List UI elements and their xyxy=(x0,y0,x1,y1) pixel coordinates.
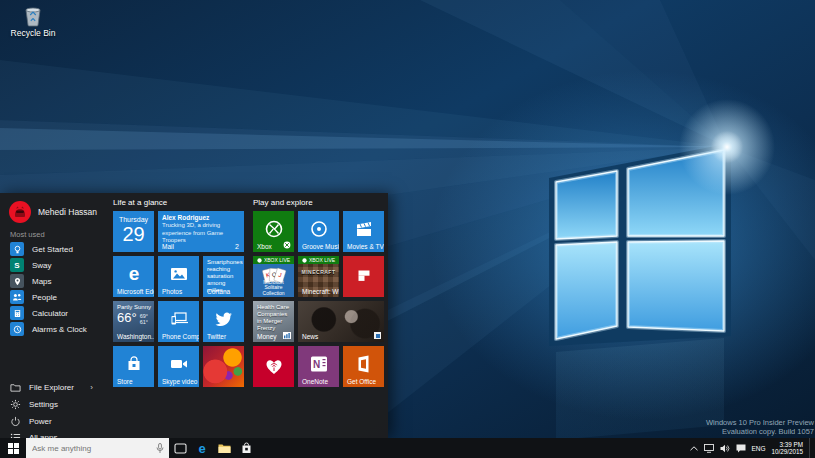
tile-microsoft-edge[interactable]: e Microsoft Edge xyxy=(113,256,154,297)
tile-twitter[interactable]: Twitter xyxy=(203,301,244,342)
app-item-alarms-clock[interactable]: Alarms & Clock xyxy=(0,321,107,337)
tile-mail[interactable]: Alex Rodriguez Trucking 3D, a driving ex… xyxy=(158,211,244,252)
bar-chart-icon xyxy=(283,332,291,339)
tile-label: Skype video xyxy=(162,378,197,385)
flipboard-flag-icon xyxy=(354,267,374,287)
taskbar-store-button[interactable] xyxy=(235,438,257,458)
tile-label: Xbox xyxy=(257,243,272,250)
tile-minecraft[interactable]: XBOX LIVE MINECRAFT Minecraft: Wi... xyxy=(298,256,339,297)
taskbar-search xyxy=(26,438,169,458)
lightbulb-icon xyxy=(10,242,24,256)
recycle-bin-icon xyxy=(23,5,43,27)
tile-label: Store xyxy=(117,378,133,385)
tile-microsoft-solitaire-collection[interactable]: XBOX LIVE KQJ MicrosoftSolitaire Collect… xyxy=(253,256,294,297)
map-pin-icon xyxy=(10,274,24,288)
xbox-badge-icon xyxy=(283,241,291,249)
app-item-get-started[interactable]: Get Started xyxy=(0,241,107,257)
tile-money[interactable]: Health Care Companies in Merger Frenzy M… xyxy=(253,301,294,342)
xbox-sphere-icon xyxy=(263,218,285,240)
tray-chevron-up-icon[interactable] xyxy=(689,438,699,458)
recycle-bin-shortcut[interactable]: Recycle Bin xyxy=(10,5,56,38)
tile-calendar[interactable]: Thursday 29 xyxy=(113,211,154,252)
tile-phone-companion[interactable]: Phone Compa... xyxy=(158,301,199,342)
store-bag-icon xyxy=(241,442,252,454)
edge-icon: e xyxy=(195,441,209,455)
tile-group-play-and-explore: Xbox Groove Music Movies & TV XBOX LIVE … xyxy=(253,211,384,387)
tile-store[interactable]: Store xyxy=(113,346,154,387)
tile-news[interactable]: News xyxy=(298,301,384,342)
tile-iheartradio[interactable] xyxy=(253,346,294,387)
show-desktop-button[interactable] xyxy=(809,438,813,458)
tile-label: Twitter xyxy=(207,333,226,340)
user-avatar xyxy=(9,201,31,223)
volume-icon[interactable] xyxy=(719,438,731,458)
clock[interactable]: 3:39 PM 10/29/2015 xyxy=(771,441,803,456)
sidebar-item-file-explorer[interactable]: File Explorer › xyxy=(0,379,107,395)
iheart-heart-icon xyxy=(264,357,284,377)
tile-group-title: Life at a glance xyxy=(113,198,167,207)
app-item-label: Get Started xyxy=(32,245,73,254)
file-explorer-icon xyxy=(218,443,231,454)
action-center-icon[interactable] xyxy=(735,438,747,458)
language-indicator[interactable]: ENG xyxy=(751,445,765,452)
groove-circle-icon xyxy=(309,219,329,239)
clapperboard-icon xyxy=(354,219,374,239)
app-item-maps[interactable]: Maps xyxy=(0,273,107,289)
tile-label: Cortana xyxy=(207,288,230,295)
windows-logo-icon xyxy=(8,443,19,454)
tile-skype-video[interactable]: Skype video xyxy=(158,346,199,387)
tile-onenote[interactable]: N OneNote xyxy=(298,346,339,387)
tile-cortana[interactable]: Smartphones reaching saturation among mi… xyxy=(203,256,244,297)
svg-text:N: N xyxy=(312,359,319,370)
tile-label: Washington... xyxy=(117,333,154,340)
app-item-label: Sway xyxy=(32,261,52,270)
tile-movies-tv[interactable]: Movies & TV xyxy=(343,211,384,252)
tile-xbox[interactable]: Xbox xyxy=(253,211,294,252)
tile-weather[interactable]: Partly Sunny 66° 69°61° Washington... xyxy=(113,301,154,342)
tile-group-life-at-a-glance: Thursday 29 Alex Rodriguez Trucking 3D, … xyxy=(113,211,244,387)
folder-icon xyxy=(10,382,21,393)
video-camera-icon xyxy=(169,354,189,374)
search-input[interactable] xyxy=(26,444,156,453)
sidebar-item-power[interactable]: Power xyxy=(0,413,107,429)
app-item-calculator[interactable]: Calculator xyxy=(0,305,107,321)
app-item-label: Alarms & Clock xyxy=(32,325,87,334)
mail-unread-badge: 2 xyxy=(235,243,239,250)
clock-time: 3:39 PM xyxy=(780,441,803,448)
build-watermark: Windows 10 Pro Insider Preview Evaluatio… xyxy=(706,418,814,436)
svg-text:e: e xyxy=(198,441,205,455)
sidebar-item-settings[interactable]: Settings xyxy=(0,396,107,412)
microphone-icon[interactable] xyxy=(156,443,164,454)
tile-groove-music[interactable]: Groove Music xyxy=(298,211,339,252)
calculator-icon xyxy=(10,306,24,320)
user-account-button[interactable]: Mehedi Hassan xyxy=(9,201,97,223)
photos-icon xyxy=(169,264,189,284)
start-menu: Mehedi Hassan Most used Get Started S Sw… xyxy=(0,193,388,438)
start-button[interactable] xyxy=(0,438,26,458)
app-item-people[interactable]: People xyxy=(0,289,107,305)
tile-label: Get Office xyxy=(347,378,376,385)
tile-label: Microsoft Edge xyxy=(117,288,154,295)
sway-icon: S xyxy=(10,258,24,272)
tile-photos[interactable]: Photos xyxy=(158,256,199,297)
mail-sender: Alex Rodriguez xyxy=(162,214,240,221)
tile-flipboard[interactable] xyxy=(343,256,384,297)
sidebar-item-label: Power xyxy=(29,417,52,426)
network-icon[interactable] xyxy=(703,438,715,458)
office-icon xyxy=(354,354,374,374)
app-item-sway[interactable]: S Sway xyxy=(0,257,107,273)
tile-get-office[interactable]: Get Office xyxy=(343,346,384,387)
start-menu-left-column: Mehedi Hassan Most used Get Started S Sw… xyxy=(0,193,107,438)
taskbar-edge-button[interactable]: e xyxy=(191,438,213,458)
tile-label: MicrosoftSolitaire Collection xyxy=(253,280,294,297)
system-tray: ENG 3:39 PM 10/29/2015 xyxy=(689,438,815,458)
tile-label: Minecraft: Wi... xyxy=(302,288,339,295)
alarm-clock-icon xyxy=(10,322,24,336)
calendar-day-name: Thursday xyxy=(113,216,154,223)
tile-label: Movies & TV xyxy=(347,243,384,250)
mail-preview: Trucking 3D, a driving experience from G… xyxy=(162,222,240,245)
most-used-list: Get Started S Sway Maps People Ca xyxy=(0,241,107,337)
taskbar-file-explorer-button[interactable] xyxy=(213,438,235,458)
task-view-button[interactable] xyxy=(169,438,191,458)
tile-candy-crush-saga[interactable] xyxy=(203,346,244,387)
